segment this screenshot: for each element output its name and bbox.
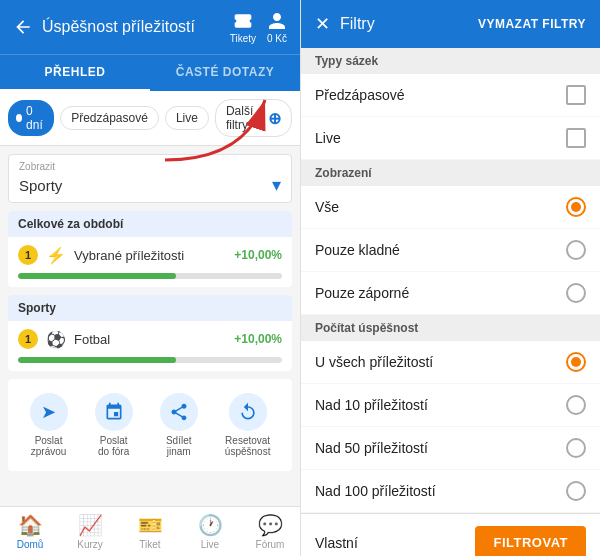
tab-caste-dotazy[interactable]: ČASTÉ DOTAZY <box>150 55 300 91</box>
filter-vlastni-label: Vlastní <box>315 535 358 551</box>
celkove-label: Vybrané příležitosti <box>74 248 226 263</box>
filter-vse-label: Vše <box>315 199 339 215</box>
filter-nad50-radio[interactable] <box>566 438 586 458</box>
filter-row-pouze-kladne: Pouze kladné <box>301 229 600 272</box>
filter-u-vsech-radio[interactable] <box>566 352 586 372</box>
nav-forum-label: Fórum <box>256 539 285 550</box>
chip-plus-icon: ⊕ <box>268 109 281 128</box>
tickets-icon[interactable] <box>232 10 254 32</box>
celkove-value: +10,00% <box>234 248 282 262</box>
radio-dot <box>571 202 581 212</box>
filter-row-vse: Vše <box>301 186 600 229</box>
tickets-label: Tikety <box>230 33 256 44</box>
nav-tiket-label: Tiket <box>139 539 160 550</box>
filter-live-label: Live <box>315 130 341 146</box>
filter-nad10-label: Nad 10 příležitostí <box>315 397 428 413</box>
zobrazit-text: Sporty <box>19 177 62 194</box>
filtrovat-button[interactable]: FILTROVAT <box>475 526 586 556</box>
zobrazit-label: Zobrazit <box>19 161 281 172</box>
celkove-num: 1 <box>18 245 38 265</box>
filter-bottom: Vlastní FILTROVAT <box>301 513 600 556</box>
chip-live[interactable]: Live <box>165 106 209 130</box>
nav-live-label: Live <box>201 539 219 550</box>
balance-label: 0 Kč <box>267 33 287 44</box>
filter-zaporne-radio[interactable] <box>566 283 586 303</box>
chip-dot <box>16 114 22 122</box>
left-panel: Úspěšnost příležitostí Tikety 0 Kč <box>0 0 300 556</box>
nav-kurzy[interactable]: 📈 Kurzy <box>60 513 120 550</box>
live-icon: 🕐 <box>198 513 223 537</box>
filter-row-predzapasove: Předzápasové <box>301 74 600 117</box>
nav-forum[interactable]: 💬 Fórum <box>240 513 300 550</box>
celkove-progress-fill <box>18 273 176 279</box>
section-pocitat-uspesnost: Počítat úspěšnost <box>301 315 600 341</box>
sporty-value: +10,00% <box>234 332 282 346</box>
sporty-progress-wrap <box>8 357 292 371</box>
section-zobrazeni: Zobrazení <box>301 160 600 186</box>
filter-title: Filtry <box>340 15 375 33</box>
celkove-icon: ⚡ <box>46 246 66 265</box>
sporty-label: Fotbal <box>74 332 226 347</box>
sporty-progress-fill <box>18 357 176 363</box>
filter-chips-row: 0 dní Předzápasové Live Další filtry ⊕ <box>0 91 300 146</box>
action-sdilet[interactable]: Sdílet jinam <box>160 393 198 457</box>
filter-zaporne-label: Pouze záporné <box>315 285 409 301</box>
filter-row-pouze-zaporne: Pouze záporné <box>301 272 600 315</box>
celkove-progress-wrap <box>8 273 292 287</box>
nav-domu[interactable]: 🏠 Domů <box>0 513 60 550</box>
kurzy-icon: 📈 <box>78 513 103 537</box>
filter-clear-button[interactable]: VYMAZAT FILTRY <box>478 17 586 31</box>
forum-send-icon <box>95 393 133 431</box>
action-poslat-zpravou[interactable]: ➤ Poslat zprávou <box>30 393 68 457</box>
celkove-header: Celkové za období <box>8 211 292 237</box>
filter-row-live: Live <box>301 117 600 160</box>
chip-days-label: 0 dní <box>26 104 46 132</box>
action-poslat-fora[interactable]: Poslat do fóra <box>95 393 133 457</box>
sporty-row: 1 ⚽ Fotbal +10,00% <box>8 321 292 357</box>
filter-vse-radio[interactable] <box>566 197 586 217</box>
chevron-down-icon: ▾ <box>272 174 281 196</box>
celkove-section: Celkové za období 1 ⚡ Vybrané příležitos… <box>8 211 292 287</box>
back-icon[interactable] <box>12 16 34 38</box>
page-title: Úspěšnost příležitostí <box>42 18 195 36</box>
radio-dot-2 <box>571 357 581 367</box>
filter-header: ✕ Filtry VYMAZAT FILTRY <box>301 0 600 48</box>
filter-live-checkbox[interactable] <box>566 128 586 148</box>
tabs-bar: PŘEHLED ČASTÉ DOTAZY <box>0 54 300 91</box>
filter-close-icon[interactable]: ✕ <box>315 13 330 35</box>
filter-row-nad-50: Nad 50 příležitostí <box>301 427 600 470</box>
chip-days[interactable]: 0 dní <box>8 100 54 136</box>
filter-predzapasove-checkbox[interactable] <box>566 85 586 105</box>
filter-nad100-radio[interactable] <box>566 481 586 501</box>
action-label-2: Sdílet jinam <box>166 435 192 457</box>
sporty-progress-bar <box>18 357 282 363</box>
filter-row-u-vsech: U všech příležitostí <box>301 341 600 384</box>
user-icon[interactable] <box>266 10 288 32</box>
zobrazit-section[interactable]: Zobrazit Sporty ▾ <box>8 154 292 203</box>
filter-predzapasove-label: Předzápasové <box>315 87 405 103</box>
chip-predzapasove[interactable]: Předzápasové <box>60 106 159 130</box>
celkove-row: 1 ⚡ Vybrané příležitosti +10,00% <box>8 237 292 273</box>
bottom-nav: 🏠 Domů 📈 Kurzy 🎫 Tiket 🕐 Live 💬 Fórum <box>0 506 300 556</box>
chip-dalsi-filtry[interactable]: Další filtry ⊕ <box>215 99 292 137</box>
send-icon: ➤ <box>30 393 68 431</box>
tab-prehled[interactable]: PŘEHLED <box>0 55 150 91</box>
tiket-icon: 🎫 <box>138 513 163 537</box>
filter-row-nad-100: Nad 100 příležitostí <box>301 470 600 513</box>
nav-domu-label: Domů <box>17 539 44 550</box>
filter-nad100-label: Nad 100 příležitostí <box>315 483 436 499</box>
filter-row-nad-10: Nad 10 příležitostí <box>301 384 600 427</box>
action-label-0: Poslat zprávou <box>31 435 67 457</box>
sporty-section: Sporty 1 ⚽ Fotbal +10,00% <box>8 295 292 371</box>
chip-more-label: Další filtry <box>226 104 263 132</box>
reset-icon <box>229 393 267 431</box>
share-icon <box>160 393 198 431</box>
filter-kladne-radio[interactable] <box>566 240 586 260</box>
section-typy-sazek: Typy sázek <box>301 48 600 74</box>
nav-tiket[interactable]: 🎫 Tiket <box>120 513 180 550</box>
action-label-3: Resetovat úspěšnost <box>225 435 271 457</box>
action-resetovat[interactable]: Resetovat úspěšnost <box>225 393 271 457</box>
filter-kladne-label: Pouze kladné <box>315 242 400 258</box>
nav-live[interactable]: 🕐 Live <box>180 513 240 550</box>
filter-nad10-radio[interactable] <box>566 395 586 415</box>
